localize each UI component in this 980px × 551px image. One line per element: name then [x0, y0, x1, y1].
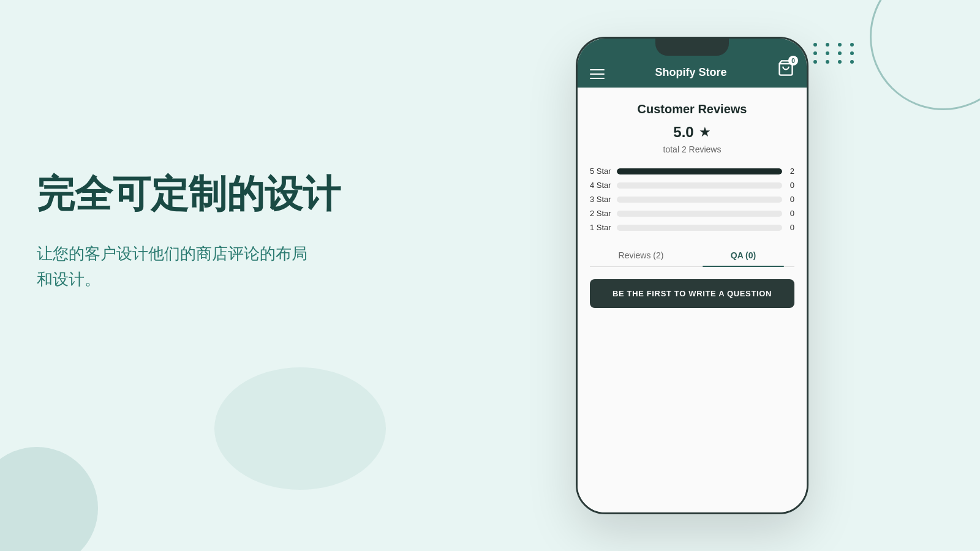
bar-track-2	[617, 211, 782, 217]
sub-text: 让您的客户设计他们的商店评论的布局和设计。	[37, 241, 392, 292]
star-icon: ★	[699, 124, 711, 140]
bar-count-3: 0	[787, 195, 794, 204]
bar-track-1	[617, 225, 782, 231]
phone-notch	[655, 39, 729, 56]
write-question-button[interactable]: BE THE FIRST TO WRITE A QUESTION	[590, 279, 794, 308]
bar-count-2: 0	[787, 209, 794, 218]
star-row-3: 3 Star 0	[590, 195, 794, 204]
bg-blob-center	[214, 367, 386, 490]
phone-frame: Shopify Store 0 Customer Reviews 5.0 ★ t…	[576, 37, 809, 514]
star-bars: 5 Star 2 4 Star 0 3 Star	[590, 167, 794, 232]
star-row-2: 2 Star 0	[590, 209, 794, 218]
rating-number: 5.0	[673, 124, 693, 141]
star-label-4: 4 Star	[590, 181, 612, 190]
star-row-4: 4 Star 0	[590, 181, 794, 190]
phone-mockup: Shopify Store 0 Customer Reviews 5.0 ★ t…	[576, 37, 809, 514]
store-title: Shopify Store	[655, 66, 726, 79]
bar-track-5	[617, 168, 782, 174]
star-label-3: 3 Star	[590, 195, 612, 204]
tabs-row: Reviews (2) QA (0)	[590, 244, 794, 267]
rating-display: 5.0 ★	[590, 124, 794, 141]
menu-button[interactable]	[590, 69, 605, 79]
total-reviews: total 2 Reviews	[590, 144, 794, 154]
main-title: 完全可定制的设计	[37, 171, 392, 217]
bg-circle-decoration	[870, 0, 980, 110]
star-label-1: 1 Star	[590, 223, 612, 232]
tab-reviews[interactable]: Reviews (2)	[590, 244, 692, 266]
bar-count-4: 0	[787, 181, 794, 190]
star-label-5: 5 Star	[590, 167, 612, 176]
bar-count-1: 0	[787, 223, 794, 232]
bar-fill-5	[617, 168, 782, 174]
bar-track-4	[617, 182, 782, 189]
reviews-title: Customer Reviews	[590, 102, 794, 116]
star-label-2: 2 Star	[590, 209, 612, 218]
tab-qa[interactable]: QA (0)	[692, 244, 794, 266]
bg-blob-left	[0, 447, 98, 551]
bar-count-5: 2	[787, 167, 794, 176]
bg-dots-decoration	[813, 43, 858, 64]
left-content: 完全可定制的设计 让您的客户设计他们的商店评论的布局和设计。	[37, 171, 392, 293]
star-row-1: 1 Star 0	[590, 223, 794, 232]
cart-button[interactable]: 0	[777, 59, 794, 79]
bar-track-3	[617, 197, 782, 203]
star-row-5: 5 Star 2	[590, 167, 794, 176]
phone-content: Customer Reviews 5.0 ★ total 2 Reviews 5…	[578, 88, 807, 512]
cart-badge: 0	[788, 56, 798, 66]
